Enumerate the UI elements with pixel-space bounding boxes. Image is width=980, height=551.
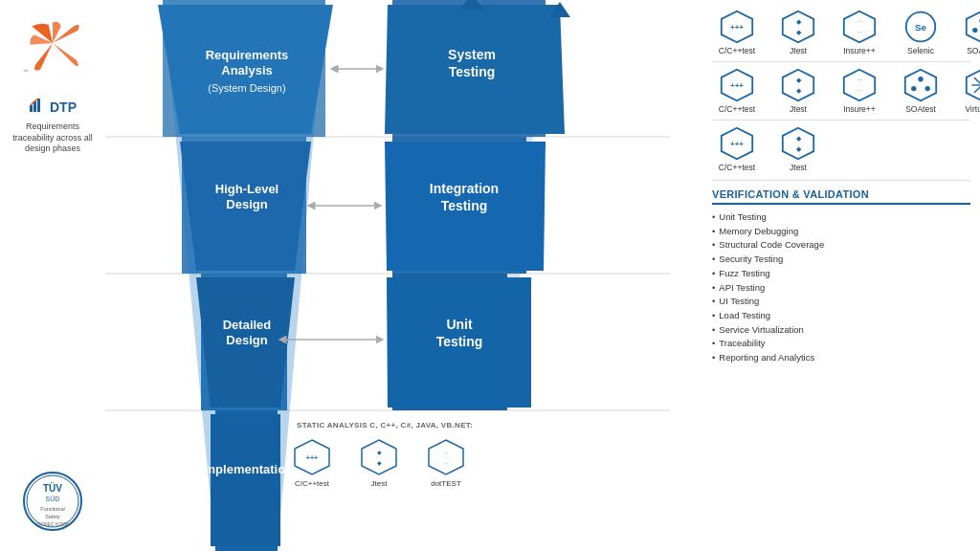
tool-label: C/C++test	[719, 46, 755, 55]
svg-text:TÜV: TÜV	[43, 482, 62, 494]
svg-text:· ·: · ·	[857, 18, 861, 25]
system-testing-tools: +++ C/C++test ◆ ◆ Jtest · · · ·	[712, 8, 970, 62]
svg-marker-65	[783, 11, 813, 42]
svg-text:C/C++test: C/C++test	[295, 479, 330, 488]
vv-item: Fuzz Testing	[712, 267, 970, 281]
tuv-badge: TÜV SÜD Functional Safety ISO/IEC 61508	[22, 471, 84, 533]
svg-text:· ·: · ·	[857, 87, 861, 94]
dtp-label: DTP	[50, 99, 77, 115]
svg-rect-1	[30, 105, 33, 112]
svg-text:Analysis: Analysis	[221, 63, 272, 77]
tuv-badge-area: TÜV SÜD Functional Safety ISO/IEC 61508	[22, 471, 84, 537]
tool-label: Jtest	[790, 104, 807, 114]
tool-insure-2: · · · · Insure++	[835, 68, 884, 114]
logo-area: ™	[19, 10, 86, 77]
chart-icon	[29, 96, 46, 118]
vv-item: UI Testing	[712, 295, 970, 309]
v-model-svg: Requirements Analysis (System Design) Hi…	[105, 0, 670, 551]
svg-marker-73	[967, 11, 980, 42]
tool-label: Virtualize	[966, 104, 980, 114]
tool-label: C/C++test	[719, 104, 755, 114]
tool-label: C/C++test	[719, 163, 755, 172]
svg-text:Se: Se	[915, 22, 927, 33]
tool-insure-1: · · · · Insure++	[835, 10, 884, 55]
integration-testing-tools: +++ C/C++test ◆ ◆ Jtest · · · · Insure++	[712, 62, 970, 121]
tool-soatest-1: SOAtest	[957, 10, 980, 55]
svg-text:Jtest: Jtest	[371, 479, 389, 488]
svg-marker-90	[905, 70, 936, 100]
vv-item: API Testing	[712, 281, 970, 296]
svg-text:◆: ◆	[796, 76, 802, 84]
tool-jtest-1: ◆ ◆ Jtest	[773, 10, 823, 55]
svg-text:· ·: · ·	[857, 29, 861, 35]
vv-item: Structural Code Coverage	[712, 238, 970, 253]
vv-item: Traceability	[712, 337, 970, 351]
svg-text:Testing: Testing	[449, 64, 496, 79]
soatest-icon-1	[965, 10, 980, 44]
tool-cpptest-3: +++ C/C++test	[712, 126, 762, 172]
tool-label: Jtest	[790, 163, 807, 172]
tool-cpptest-2: +++ C/C++test	[712, 68, 762, 114]
company-logo: ™	[19, 10, 86, 77]
svg-text:· ·: · ·	[443, 460, 448, 466]
svg-text:dotTEST: dotTEST	[431, 479, 461, 488]
unit-testing-tools: +++ C/C++test ◆ ◆ Jtest	[712, 121, 970, 181]
cpptest-icon-1: +++	[720, 10, 754, 44]
tool-jtest-3: ◆ ◆ Jtest	[773, 126, 823, 172]
dtp-section: DTP Requirements traceability across all…	[5, 96, 100, 155]
svg-text:Implementation: Implementation	[201, 462, 293, 476]
svg-text:◆: ◆	[377, 460, 382, 466]
svg-text:+++: +++	[730, 81, 744, 90]
svg-text:ISO/IEC 61508: ISO/IEC 61508	[36, 521, 69, 527]
svg-marker-84	[783, 70, 813, 100]
selenic-icon: Se	[903, 10, 938, 44]
svg-text:Unit: Unit	[446, 317, 473, 332]
tool-label: Selenic	[907, 46, 934, 55]
tool-label: SOAtest	[905, 104, 936, 114]
tools-panel: +++ C/C++test ◆ ◆ Jtest · · · ·	[702, 0, 980, 551]
vv-panel: VERIFICATION & VALIDATION Unit Testing M…	[712, 181, 970, 543]
svg-point-92	[911, 86, 916, 91]
main-container: ™ DTP Requirements traceability across a…	[0, 0, 980, 551]
tool-cpptest-1: +++ C/C++test	[712, 10, 762, 55]
svg-text:™: ™	[23, 68, 29, 75]
vv-item: Memory Debugging	[712, 225, 970, 239]
svg-text:· ·: · ·	[443, 450, 448, 455]
tool-label: Jtest	[790, 46, 807, 55]
svg-point-93	[925, 86, 930, 91]
dtp-description: Requirements traceability across all des…	[5, 121, 100, 155]
vv-item: Reporting and Analytics	[712, 351, 970, 365]
svg-text:◆: ◆	[796, 134, 802, 143]
dtp-row: DTP	[29, 96, 77, 118]
svg-rect-2	[33, 101, 36, 112]
svg-text:Design: Design	[226, 197, 267, 211]
svg-marker-68	[844, 11, 875, 42]
vv-item: Security Testing	[712, 253, 970, 267]
svg-text:Testing: Testing	[436, 334, 483, 349]
svg-text:Integration: Integration	[430, 181, 499, 196]
tool-soatest-2: SOAtest	[896, 68, 946, 114]
tool-selenic-1: Se Selenic	[896, 10, 946, 55]
vv-title: VERIFICATION & VALIDATION	[712, 188, 970, 205]
svg-marker-55	[362, 440, 396, 474]
svg-point-91	[918, 77, 923, 81]
svg-text:+++: +++	[730, 23, 744, 32]
svg-text:Functional: Functional	[40, 506, 64, 512]
svg-marker-101	[783, 128, 813, 159]
svg-rect-3	[37, 99, 40, 112]
svg-text:Detailed: Detailed	[223, 318, 272, 332]
svg-text:Design: Design	[226, 333, 267, 347]
svg-point-75	[972, 28, 977, 33]
svg-marker-27	[211, 414, 280, 546]
jtest-icon-1: ◆ ◆	[781, 10, 815, 44]
svg-marker-59	[429, 440, 463, 474]
vv-item: Load Testing	[712, 309, 970, 323]
svg-text:High-Level: High-Level	[215, 182, 278, 196]
svg-text:STATIC ANALYSIS C, C++, C#, JA: STATIC ANALYSIS C, C++, C#, JAVA, VB.NET…	[297, 421, 473, 430]
svg-text:◆: ◆	[796, 144, 802, 153]
vv-item: Service Virtualization	[712, 323, 970, 338]
svg-text:◆: ◆	[796, 17, 802, 26]
tool-label: SOAtest	[967, 46, 980, 55]
tool-virtualize-2: Virtualize	[957, 68, 980, 114]
vv-list: Unit Testing Memory Debugging Structural…	[712, 210, 970, 365]
